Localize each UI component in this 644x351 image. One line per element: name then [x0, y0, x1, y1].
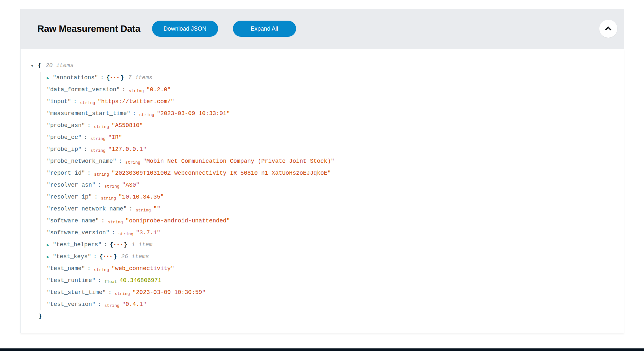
value-type-label: string [108, 220, 123, 225]
collapse-root-icon[interactable]: ▼ [31, 60, 35, 72]
json-children: ▶"annotations":{•••}7 items"data_format_… [40, 72, 617, 310]
json-key: "annotations" [53, 74, 98, 81]
value-type-label: string [104, 303, 120, 308]
value-type-label: string [101, 196, 116, 201]
open-brace: { [110, 241, 113, 248]
json-key: "test_runtime" [47, 277, 95, 284]
json-row-test_runtime: "test_runtime":float40.346806971 [47, 275, 617, 287]
colon: : [98, 301, 101, 307]
json-viewer-panel: ▼{20 items ▶"annotations":{•••}7 items"d… [20, 49, 624, 333]
value-type-label: float [104, 279, 117, 284]
json-row-annotations: ▶"annotations":{•••}7 items [47, 72, 617, 84]
raw-measurement-card: Raw Measurement Data Download JSON Expan… [20, 9, 624, 333]
item-count: 26 items [121, 253, 149, 260]
colon: : [87, 170, 91, 176]
json-key: "data_format_version" [47, 86, 120, 93]
json-row-input: "input":string"https://twitter.com/" [47, 96, 617, 108]
colon: : [84, 146, 87, 152]
value-type-label: string [125, 160, 140, 165]
colon: : [111, 229, 115, 236]
colon: : [122, 86, 126, 93]
json-root-line: ▼{20 items [31, 60, 617, 72]
colon: : [129, 206, 132, 212]
json-key: "test_version" [47, 301, 95, 307]
json-value: "127.0.0.1" [108, 146, 147, 152]
json-row-test_version: "test_version":string"0.4.1" [47, 298, 617, 310]
expand-node-icon[interactable]: ▶ [47, 239, 51, 251]
json-row-test_start_time: "test_start_time":string"2023-03-09 10:3… [47, 287, 617, 298]
json-row-report_id: "report_id":string"20230309T103100Z_webc… [47, 167, 617, 179]
colon: : [87, 122, 91, 129]
json-key: "probe_network_name" [47, 158, 116, 164]
json-key: "input" [47, 98, 71, 105]
json-key: "probe_ip" [47, 146, 82, 152]
json-value: 40.346806971 [120, 277, 161, 284]
colon: : [132, 110, 136, 117]
json-row-probe_network_name: "probe_network_name":string"Mobin Net Co… [47, 155, 617, 167]
colon: : [104, 241, 107, 248]
colon: : [87, 265, 91, 272]
json-value: "0.2.0" [146, 86, 171, 93]
colon: : [98, 277, 101, 284]
value-type-label: string [129, 89, 144, 93]
json-value: "0.4.1" [122, 301, 147, 307]
json-key: "report_id" [47, 170, 85, 176]
json-row-measurement_start_time: "measurement_start_time":string"2023-03-… [47, 108, 617, 120]
json-key: "measurement_start_time" [47, 110, 130, 117]
colon: : [94, 194, 98, 200]
colon: : [108, 289, 112, 296]
value-type-label: string [94, 124, 109, 129]
value-type-label: string [115, 291, 130, 296]
json-row-software_name: "software_name":string"ooniprobe-android… [47, 215, 617, 227]
root-item-count: 20 items [46, 62, 73, 69]
json-row-probe_asn: "probe_asn":string"AS50810" [47, 120, 617, 132]
value-type-label: string [136, 208, 151, 213]
colon: : [73, 98, 77, 105]
json-key: "probe_cc" [47, 134, 82, 141]
chevron-up-icon [604, 24, 613, 33]
open-brace: { [100, 253, 103, 260]
collapsed-object-toggle[interactable]: {•••} [100, 253, 117, 260]
open-brace: { [106, 74, 110, 81]
colon: : [93, 253, 97, 260]
expand-node-icon[interactable]: ▶ [47, 251, 51, 263]
expand-all-button[interactable]: Expand All [233, 21, 296, 37]
json-row-software_version: "software_version":string"3.7.1" [47, 227, 617, 239]
json-key: "probe_asn" [47, 122, 85, 129]
json-key: "software_name" [47, 218, 99, 224]
collapse-section-button[interactable] [599, 20, 617, 38]
collapsed-object-toggle[interactable]: {•••} [110, 241, 127, 248]
json-key: "resolver_asn" [47, 182, 95, 188]
json-key: "test_keys" [53, 253, 91, 260]
colon: : [101, 218, 105, 224]
json-value: "2023-03-09 10:33:01" [157, 110, 230, 117]
expand-node-icon[interactable]: ▶ [47, 72, 51, 84]
json-row-test_keys: ▶"test_keys":{•••}26 items [47, 251, 617, 263]
json-row-test_name: "test_name":string"web_connectivity" [47, 263, 617, 275]
colon: : [98, 182, 101, 188]
download-json-button[interactable]: Download JSON [152, 21, 218, 37]
json-key: "software_version" [47, 229, 109, 236]
json-row-probe_ip: "probe_ip":string"127.0.0.1" [47, 143, 617, 155]
colon: : [100, 74, 104, 81]
json-row-probe_cc: "probe_cc":string"IR" [47, 132, 617, 143]
json-key: "test_helpers" [53, 241, 101, 248]
value-type-label: string [91, 148, 106, 153]
json-value: "AS0" [122, 182, 139, 188]
json-value: "IR" [108, 134, 122, 141]
ellipsis: ••• [103, 254, 113, 259]
json-value: "ooniprobe-android-unattended" [126, 218, 230, 224]
json-row-resolver_asn: "resolver_asn":string"AS0" [47, 179, 617, 191]
colon: : [119, 158, 122, 164]
json-value: "10.10.34.35" [119, 194, 164, 200]
collapsed-object-toggle[interactable]: {•••} [106, 74, 124, 81]
json-key: "test_name" [47, 265, 85, 272]
json-value: "20230309T103100Z_webconnectivity_IR_508… [111, 170, 331, 176]
value-type-label: string [91, 136, 106, 141]
json-key: "resolver_ip" [47, 194, 92, 200]
json-value: "web_connectivity" [111, 265, 174, 272]
close-brace: } [124, 241, 127, 248]
footer-top-bar [0, 348, 644, 351]
json-key: "test_start_time" [47, 289, 106, 296]
json-key: "resolver_network_name" [47, 206, 127, 212]
